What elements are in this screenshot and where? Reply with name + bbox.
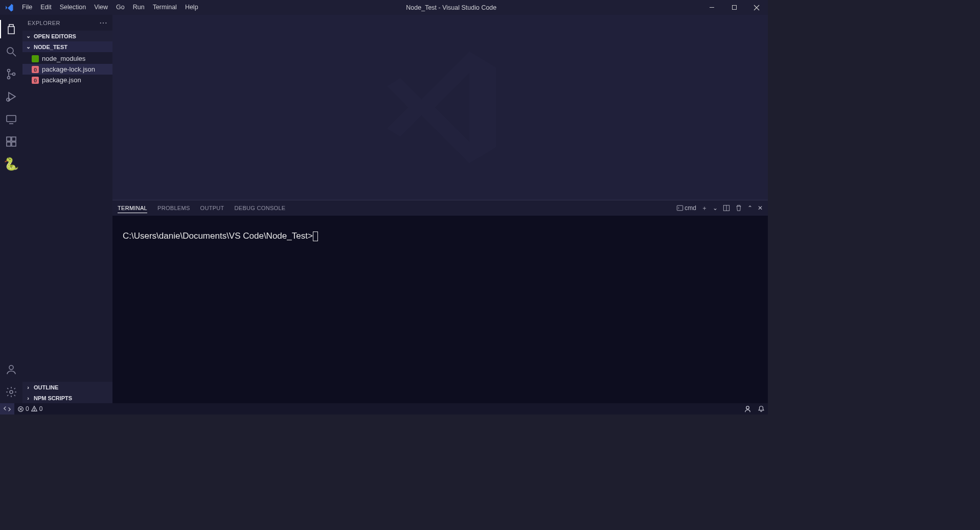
svg-point-18 — [10, 390, 13, 394]
section-npm-scripts[interactable]: › NPM SCRIPTS — [22, 393, 112, 403]
minimize-button[interactable] — [700, 0, 723, 15]
svg-rect-14 — [12, 137, 16, 141]
chevron-down-icon: ⌄ — [25, 33, 32, 39]
svg-point-10 — [7, 98, 10, 101]
explorer-title: EXPLORER — [28, 20, 60, 26]
python-icon: 🐍 — [4, 157, 19, 171]
section-open-editors[interactable]: ⌄ OPEN EDITORS — [22, 31, 112, 41]
tree-item-label: package.json — [42, 76, 81, 84]
section-workspace-label: NODE_TEST — [34, 44, 67, 50]
panel-tab-debug-console[interactable]: DEBUG CONSOLE — [235, 203, 286, 213]
menu-file[interactable]: File — [18, 0, 36, 15]
close-panel-button[interactable]: ✕ — [758, 204, 763, 212]
terminal-prompt: C:\Users\danie\Documents\VS Code\Node_Te… — [123, 231, 313, 241]
svg-point-26 — [34, 410, 34, 410]
svg-point-17 — [9, 365, 13, 370]
tree-item-file[interactable]: {} package-lock.json — [22, 64, 112, 75]
menu-selection[interactable]: Selection — [56, 0, 90, 15]
workbench: 🐍 EXPLORER ⋯ ⌄ OPEN EDITORS ⌄ NODE_TEST … — [0, 15, 768, 403]
new-terminal-button[interactable]: ＋ — [701, 204, 708, 213]
svg-point-8 — [13, 73, 15, 76]
panel-tab-output[interactable]: OUTPUT — [200, 203, 224, 213]
chevron-down-icon: ⌄ — [25, 43, 32, 50]
chevron-right-icon: › — [25, 395, 32, 401]
section-open-editors-label: OPEN EDITORS — [34, 33, 76, 39]
svg-rect-15 — [7, 142, 11, 146]
menu-help[interactable]: Help — [181, 0, 202, 15]
status-warning-count: 0 — [39, 405, 43, 412]
svg-point-27 — [746, 406, 749, 409]
menu-run[interactable]: Run — [129, 0, 149, 15]
editor-column: TERMINAL PROBLEMS OUTPUT DEBUG CONSOLE c… — [112, 15, 768, 403]
activity-extensions[interactable] — [0, 130, 22, 153]
activity-bar: 🐍 — [0, 15, 22, 403]
panel-controls: cmd ＋ ⌄ ⌃ ✕ — [676, 204, 763, 213]
title-bar: File Edit Selection View Go Run Terminal… — [0, 0, 768, 15]
section-outline-label: OUTLINE — [34, 384, 58, 390]
window-controls — [700, 0, 768, 15]
sidebar-explorer: EXPLORER ⋯ ⌄ OPEN EDITORS ⌄ NODE_TEST no… — [22, 15, 112, 403]
svg-point-6 — [8, 70, 10, 72]
json-file-icon: {} — [32, 66, 39, 73]
file-tree: node_modules {} package-lock.json {} pac… — [22, 52, 112, 86]
panel: TERMINAL PROBLEMS OUTPUT DEBUG CONSOLE c… — [112, 200, 768, 403]
tree-item-file[interactable]: {} package.json — [22, 75, 112, 85]
activity-search[interactable] — [0, 40, 22, 63]
activity-python[interactable]: 🐍 — [0, 153, 22, 175]
folder-icon — [32, 55, 39, 62]
activity-settings[interactable] — [0, 381, 22, 403]
svg-line-5 — [13, 53, 16, 56]
svg-point-7 — [8, 77, 10, 79]
terminal-shell-picker[interactable]: cmd — [676, 204, 696, 212]
status-remote-button[interactable] — [0, 403, 14, 414]
panel-tabs: TERMINAL PROBLEMS OUTPUT DEBUG CONSOLE c… — [112, 200, 768, 216]
json-file-icon: {} — [32, 77, 39, 84]
chevron-right-icon: › — [25, 384, 32, 390]
status-bar: 0 0 — [0, 403, 768, 414]
terminal-body[interactable]: C:\Users\danie\Documents\VS Code\Node_Te… — [112, 216, 768, 403]
section-workspace[interactable]: ⌄ NODE_TEST — [22, 41, 112, 52]
vscode-logo-icon — [0, 3, 18, 12]
panel-tab-terminal[interactable]: TERMINAL — [118, 203, 147, 213]
kill-terminal-button[interactable] — [735, 204, 742, 212]
menu-edit[interactable]: Edit — [36, 0, 56, 15]
vscode-watermark-icon — [374, 41, 507, 174]
terminal-cursor — [313, 232, 318, 241]
svg-rect-13 — [7, 137, 11, 141]
menubar: File Edit Selection View Go Run Terminal… — [18, 0, 202, 15]
svg-rect-19 — [677, 205, 683, 211]
new-terminal-dropdown[interactable]: ⌄ — [713, 204, 718, 212]
tree-item-label: node_modules — [42, 55, 85, 62]
menu-go[interactable]: Go — [112, 0, 129, 15]
section-npm-scripts-label: NPM SCRIPTS — [34, 395, 72, 401]
split-terminal-button[interactable] — [723, 204, 730, 212]
status-feedback-button[interactable] — [741, 405, 755, 413]
svg-point-4 — [7, 48, 13, 54]
explorer-header: EXPLORER ⋯ — [22, 15, 112, 31]
editor-empty-state — [112, 15, 768, 200]
window-title: Node_Test - Visual Studio Code — [202, 4, 700, 11]
status-error-count: 0 — [26, 405, 29, 412]
menu-terminal[interactable]: Terminal — [149, 0, 181, 15]
svg-rect-1 — [732, 6, 736, 10]
tree-item-folder[interactable]: node_modules — [22, 53, 112, 64]
activity-accounts[interactable] — [0, 358, 22, 381]
tree-item-label: package-lock.json — [42, 65, 95, 73]
activity-remote-explorer[interactable] — [0, 108, 22, 130]
status-problems[interactable]: 0 0 — [14, 405, 45, 412]
maximize-panel-button[interactable]: ⌃ — [747, 204, 753, 212]
close-button[interactable] — [745, 0, 768, 15]
svg-rect-11 — [7, 116, 16, 122]
activity-explorer[interactable] — [0, 18, 22, 40]
terminal-shell-label: cmd — [685, 204, 696, 212]
explorer-more-icon[interactable]: ⋯ — [99, 21, 108, 25]
menu-view[interactable]: View — [90, 0, 112, 15]
section-outline[interactable]: › OUTLINE — [22, 382, 112, 393]
panel-tab-problems[interactable]: PROBLEMS — [157, 203, 190, 213]
svg-rect-16 — [12, 142, 16, 146]
activity-source-control[interactable] — [0, 63, 22, 85]
activity-run-debug[interactable] — [0, 85, 22, 108]
maximize-button[interactable] — [723, 0, 745, 15]
status-notifications-button[interactable] — [755, 405, 768, 412]
